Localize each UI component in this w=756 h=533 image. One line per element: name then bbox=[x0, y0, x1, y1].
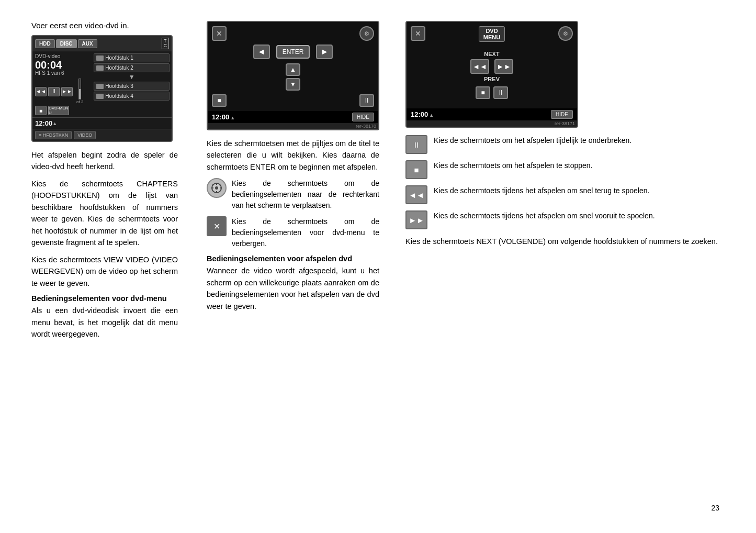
dvd-left-panel: DVD-video 00:04 HFS 1 van 6 ◄◄ II ►► of … bbox=[32, 51, 92, 117]
dvd-clock-left: 12:00 bbox=[35, 119, 52, 127]
enter-btn[interactable]: ENTER bbox=[276, 45, 310, 59]
dvd-stop-row: ■ DVD-MEN U bbox=[35, 106, 89, 115]
intro-text: Voer eerst een video-dvd in. bbox=[31, 21, 178, 30]
dvd-menu-btn[interactable]: DVD-MEN U bbox=[48, 106, 69, 115]
stop-btn-left[interactable]: ■ bbox=[35, 106, 47, 115]
right-column: ✕ DVDMENU ⚙ NEXT ◄◄ ►► PREV bbox=[392, 21, 725, 498]
page-number: 23 bbox=[31, 504, 725, 512]
svg-rect-5 bbox=[220, 187, 222, 188]
hide-btn-mid[interactable]: HIDE bbox=[352, 113, 374, 121]
arrow-right-btn[interactable]: ► bbox=[316, 45, 333, 59]
body-para2: Kies de schermtoets CHAPTERS (HOOFDSTUKK… bbox=[31, 178, 178, 249]
dvd-nav-controls: NEXT ◄◄ ►► PREV ■ II bbox=[411, 45, 573, 104]
scroll-arrow-down[interactable]: ▼ bbox=[94, 73, 170, 81]
rewind-btn-right[interactable]: ◄◄ bbox=[470, 59, 489, 74]
mid-para2: Wanneer de video wordt afgespeeld, kunt … bbox=[207, 265, 379, 312]
chapter-label-2: Hoofdstuk 2 bbox=[105, 65, 133, 71]
body-para4: Als u een dvd-videodisk invoert die een … bbox=[31, 305, 178, 340]
chapter-label-3: Hoofdstuk 3 bbox=[105, 83, 133, 89]
chapter-label-4: Hoofdstuk 4 bbox=[105, 93, 133, 99]
chapter-item-4[interactable]: Hoofdstuk 4 bbox=[94, 92, 170, 101]
video-btn[interactable]: VIDEO bbox=[74, 131, 96, 139]
left-column: Voer eerst een video-dvd in. HDD DISC AU… bbox=[31, 21, 194, 498]
dvd-time: 00:04 bbox=[35, 60, 89, 70]
rewind-icon-box: ◄◄ bbox=[405, 185, 427, 204]
progress-of: of 2 bbox=[76, 99, 83, 104]
ffwd-icon-box: ►► bbox=[405, 210, 427, 229]
video-mid-row: ◄ ENTER ► bbox=[253, 45, 333, 59]
ffwd-btn-right[interactable]: ►► bbox=[494, 59, 513, 74]
chapter-item-1[interactable]: Hoofdstuk 1 bbox=[94, 53, 170, 62]
arrow-down-btn[interactable]: ▼ bbox=[286, 78, 300, 91]
dvd-chapters-panel: Hoofdstuk 1 Hoofdstuk 2 ▼ Hoofdstuk 3 bbox=[92, 51, 172, 117]
video-clock-mid: 12:00 bbox=[212, 113, 229, 121]
heading-dvd-menu: Bedieningselementen voor dvd-menu bbox=[31, 294, 178, 303]
ctrl-text-ffwd: Kies de schermtoets tijdens het afspelen… bbox=[434, 210, 655, 221]
video-close-btn-mid[interactable]: ✕ bbox=[212, 26, 227, 41]
video-ctrl-overlay-mid: ✕ ⚙ ◄ ENTER ► ▲ ▼ ■ bbox=[208, 22, 378, 111]
video-inner-mid: ✕ ⚙ ◄ ENTER ► ▲ ▼ ■ bbox=[208, 22, 378, 111]
tab-disc[interactable]: DISC bbox=[56, 39, 77, 48]
rewind-btn[interactable]: ◄◄ bbox=[35, 87, 47, 96]
chapter-progress: of 2 bbox=[76, 79, 83, 104]
video-settings-btn-mid[interactable]: ⚙ bbox=[359, 26, 374, 41]
chapter-icon-3 bbox=[96, 84, 104, 89]
ctrl-item-rewind: ◄◄ Kies de schermtoets tijdens het afspe… bbox=[405, 185, 725, 204]
chapter-icon-4 bbox=[96, 94, 104, 99]
arrow-vert-group: ▲ ▼ bbox=[286, 63, 300, 91]
chapter-item-2[interactable]: Hoofdstuk 2 bbox=[94, 63, 170, 72]
chapters-btn[interactable]: ≡ HFDSTKKN bbox=[35, 131, 72, 139]
heading-afspelen: Bedieningselementen voor afspelen dvd bbox=[207, 254, 379, 263]
right-para-next: Kies de schermtoets NEXT (VOLGENDE) om v… bbox=[405, 236, 725, 247]
dvd-hfs: HFS 1 van 6 bbox=[35, 70, 89, 76]
pause-btn-mid[interactable]: II bbox=[359, 94, 374, 107]
prev-label: PREV bbox=[484, 76, 500, 82]
icon-item-gear: Kies de schermtoets om de bedieningselem… bbox=[207, 178, 379, 211]
svg-rect-4 bbox=[211, 187, 213, 188]
dvd-clock-sub-left: ▲ bbox=[52, 121, 57, 126]
hide-btn-right[interactable]: HIDE bbox=[551, 110, 573, 119]
chapter-label-1: Hoofdstuk 1 bbox=[105, 55, 133, 61]
ctrl-item-ffwd: ►► Kies de schermtoets tijdens het afspe… bbox=[405, 210, 725, 229]
ctrl-text-stop: Kies de schermtoets om het afspelen te s… bbox=[434, 160, 593, 171]
dvd-menu-inner: ✕ DVDMENU ⚙ NEXT ◄◄ ►► PREV bbox=[407, 22, 577, 108]
chapter-icon-1 bbox=[96, 55, 104, 61]
tab-aux[interactable]: AUX bbox=[78, 39, 97, 48]
video-ref-right: rer-38171 bbox=[407, 120, 577, 127]
video-ref-mid: rer-38170 bbox=[208, 123, 378, 129]
tab-hdd[interactable]: HDD bbox=[35, 39, 55, 48]
dvd-menu-label: DVDMENU bbox=[479, 26, 505, 42]
arrow-left-btn[interactable]: ◄ bbox=[253, 45, 270, 59]
pause-btn[interactable]: II bbox=[48, 87, 60, 96]
dvd-menu-overlay: ✕ DVDMENU ⚙ NEXT ◄◄ ►► PREV bbox=[407, 22, 577, 108]
dvd-stop-pause-row: ■ II bbox=[476, 86, 508, 99]
dvd-bottom-bar: ≡ HFDSTKKN VIDEO bbox=[32, 129, 172, 141]
chapter-item-3[interactable]: Hoofdstuk 3 bbox=[94, 82, 170, 91]
ctrl-text-pause: Kies de schermtoets om het afspelen tijd… bbox=[434, 135, 631, 146]
dvd-screen-left: HDD DISC AUX TC DVD-video 00:04 HFS 1 va… bbox=[31, 35, 173, 142]
gear-circle-icon bbox=[207, 178, 227, 198]
video-screen-mid: ✕ ⚙ ◄ ENTER ► ▲ ▼ ■ bbox=[207, 21, 379, 130]
svg-rect-2 bbox=[216, 183, 217, 185]
tc-indicator: TC bbox=[162, 38, 170, 49]
ctrl-text-rewind: Kies de schermtoets tijdens het afspelen… bbox=[434, 185, 649, 196]
ctrl-item-pause: II Kies de schermtoets om het afspelen t… bbox=[405, 135, 725, 154]
dvd-body: DVD-video 00:04 HFS 1 van 6 ◄◄ II ►► of … bbox=[32, 51, 172, 117]
ffwd-btn[interactable]: ►► bbox=[61, 87, 73, 96]
cross-icon: ✕ bbox=[207, 216, 227, 236]
stop-btn-right[interactable]: ■ bbox=[476, 86, 490, 99]
stop-btn-mid[interactable]: ■ bbox=[212, 94, 227, 107]
next-label: NEXT bbox=[484, 51, 499, 57]
video-clock-right: 12:00 bbox=[411, 110, 428, 118]
dvd-transport-controls: ◄◄ II ►► of 2 bbox=[35, 79, 89, 104]
pause-btn-right[interactable]: II bbox=[493, 86, 508, 99]
pause-icon-box: II bbox=[405, 135, 427, 154]
dvd-transport-row: ◄◄ ►► bbox=[470, 59, 513, 74]
dvd-top-bar: HDD DISC AUX TC bbox=[32, 36, 172, 51]
dvd-close-btn-right[interactable]: ✕ bbox=[411, 26, 425, 41]
dvd-settings-btn-right[interactable]: ⚙ bbox=[558, 26, 573, 41]
svg-rect-3 bbox=[216, 191, 217, 193]
arrow-up-btn[interactable]: ▲ bbox=[286, 63, 300, 76]
video-clock-sub-mid: ▲ bbox=[230, 115, 235, 120]
body-para3: Kies de schermtoets VIEW VIDEO (VIDEO WE… bbox=[31, 254, 178, 289]
